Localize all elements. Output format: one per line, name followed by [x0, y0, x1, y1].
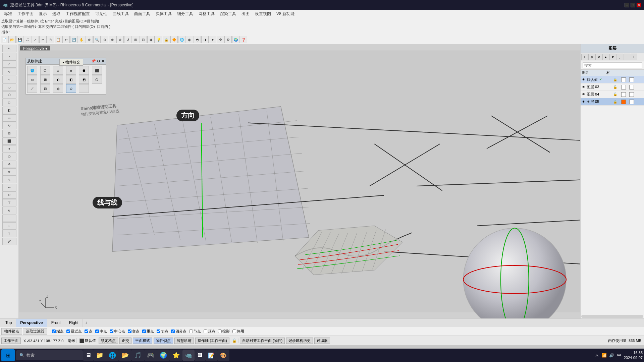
- menu-shezhivw[interactable]: 设置视图: [252, 10, 274, 17]
- filter-toggle-btn[interactable]: 选取过滤器: [23, 328, 47, 335]
- tray-network[interactable]: 📶: [601, 350, 608, 360]
- rt-move-down[interactable]: ▼: [609, 54, 616, 60]
- snap-endpoint[interactable]: 端点: [51, 328, 65, 334]
- layer-05-lock[interactable]: 🔒: [613, 100, 621, 104]
- tab-perspective[interactable]: Perspective: [16, 319, 47, 327]
- tb-export[interactable]: ↗: [32, 36, 39, 43]
- rt-info[interactable]: ℹ: [631, 54, 637, 60]
- fp-icon-15[interactable]: ◍: [53, 84, 63, 93]
- fp-icon-6[interactable]: ⬛: [92, 66, 102, 75]
- fp-icon-7[interactable]: ▭: [27, 75, 37, 84]
- sb-color-area[interactable]: 默认值: [78, 338, 97, 343]
- taskbar-photoshop[interactable]: 🖼: [195, 350, 205, 361]
- tb-zoom[interactable]: 🔍: [93, 36, 101, 43]
- sb-ortho[interactable]: 正交: [119, 338, 131, 344]
- menu-xuanqu[interactable]: 选取: [50, 10, 63, 17]
- tb-save[interactable]: 💾: [16, 36, 23, 43]
- tb-new[interactable]: 📄: [1, 36, 8, 43]
- layer-scrollbar[interactable]: [581, 315, 643, 318]
- menu-v8new[interactable]: V8 新功能: [274, 10, 297, 17]
- fp-icon-17[interactable]: [79, 84, 89, 93]
- layer-03-material[interactable]: [629, 85, 634, 89]
- menu-quxiangongju[interactable]: 曲线工具: [110, 10, 131, 17]
- lt-arc[interactable]: ◡: [2, 83, 16, 91]
- menu-xifengj[interactable]: 细分工具: [174, 10, 196, 17]
- lt-scale[interactable]: ⤡: [2, 176, 16, 183]
- lt-mirror[interactable]: ⇔: [2, 184, 16, 191]
- layer-search-input[interactable]: [583, 62, 642, 68]
- layer-03-lock[interactable]: 🔓: [613, 85, 621, 89]
- fp-icon-5[interactable]: ⬢: [79, 66, 89, 75]
- tray-chevron[interactable]: △: [594, 350, 600, 360]
- fp-icon-16[interactable]: ⊙: [66, 84, 76, 93]
- snap-project[interactable]: 投影: [217, 328, 231, 334]
- layer-04-lock[interactable]: 🔓: [613, 93, 621, 96]
- lt-circle[interactable]: ○: [2, 76, 16, 83]
- taskbar-star[interactable]: ⭐: [170, 350, 182, 361]
- menu-shitgj[interactable]: 实体工具: [153, 10, 174, 17]
- sb-color-swatch[interactable]: [79, 339, 84, 343]
- tb-pan[interactable]: ✋: [78, 36, 85, 43]
- layer-03-color[interactable]: [621, 85, 626, 89]
- tb-grid[interactable]: ⊞: [132, 36, 139, 43]
- menu-chutuu[interactable]: 出图: [239, 10, 252, 17]
- tray-volume[interactable]: 🔊: [608, 350, 615, 360]
- rt-list-view[interactable]: ☰: [624, 54, 630, 60]
- tb-copy[interactable]: ⎘: [47, 36, 54, 43]
- tb-render2[interactable]: ◐: [186, 36, 193, 43]
- snap-knot[interactable]: 节点: [188, 328, 202, 334]
- lt-curve[interactable]: ∿: [2, 68, 16, 75]
- taskbar-ppt[interactable]: 🎨: [217, 350, 229, 361]
- sb-workplane[interactable]: 工作平面: [1, 338, 21, 344]
- taskbar-browser[interactable]: 🌐: [106, 350, 119, 361]
- layer-default-visible[interactable]: 👁: [582, 78, 585, 81]
- snap-tan[interactable]: 切点: [156, 328, 169, 334]
- viewport[interactable]: Perspective ▾: [19, 44, 580, 318]
- sb-lockgrid[interactable]: 锁定格点: [99, 338, 118, 344]
- tab-top[interactable]: Top: [1, 319, 16, 327]
- snap-center[interactable]: 中心点: [109, 328, 126, 334]
- lt-trim[interactable]: ✂: [2, 191, 16, 199]
- fp-icon-13[interactable]: ／: [27, 84, 37, 93]
- fp-icon-1[interactable]: 🪣: [27, 66, 37, 75]
- layer-item-04[interactable]: 👁 图层 04 🔓: [581, 91, 644, 98]
- start-button[interactable]: ⊞: [1, 349, 15, 361]
- taskbar-rhino[interactable]: 🦏: [182, 350, 195, 361]
- sb-align-plane[interactable]: 自动对齐工作平面 (物件): [240, 338, 285, 344]
- menu-biaozhun[interactable]: 标准: [1, 10, 15, 17]
- tab-front[interactable]: Front: [47, 319, 65, 327]
- snap-disable[interactable]: 停用: [231, 328, 245, 334]
- tb-arw[interactable]: ➤: [209, 36, 216, 43]
- fp-icon-2[interactable]: ⬡: [40, 66, 50, 75]
- fp-close[interactable]: ✕: [101, 59, 104, 63]
- tb-render1[interactable]: 🌐: [178, 36, 185, 43]
- layer-default-color[interactable]: [621, 77, 626, 82]
- sb-record-hist[interactable]: 记录建构历史: [286, 338, 313, 344]
- sb-plane-mode[interactable]: 平面模式: [133, 338, 152, 344]
- lt-plane[interactable]: ▭: [2, 114, 16, 122]
- minimize-button[interactable]: ─: [625, 3, 629, 7]
- menu-xianshi[interactable]: 显示: [36, 10, 50, 17]
- lt-solid[interactable]: ⬛: [2, 137, 16, 145]
- taskbar-earth[interactable]: 🌍: [157, 350, 170, 361]
- close-button[interactable]: ✕: [637, 3, 641, 7]
- snap-toggle-btn[interactable]: 物件锁点: [1, 328, 22, 335]
- lt-split[interactable]: ⊤: [2, 199, 16, 206]
- layer-05-material[interactable]: [629, 100, 634, 104]
- snap-intersect[interactable]: 交点: [127, 328, 141, 334]
- layer-04-color[interactable]: [621, 92, 626, 97]
- fp-icon-8[interactable]: ⊞: [40, 75, 50, 84]
- tb-snap[interactable]: ⊡: [140, 36, 147, 43]
- snap-midpoint[interactable]: 中点: [94, 328, 108, 334]
- layer-04-visible[interactable]: 👁: [582, 93, 585, 96]
- fp-icon-12[interactable]: ⬡: [92, 75, 102, 84]
- tb-render4[interactable]: ◑: [201, 36, 209, 43]
- lt-select[interactable]: ↖: [2, 45, 16, 52]
- lt-group[interactable]: ☰: [2, 215, 16, 222]
- lt-rotate[interactable]: ↺: [2, 168, 16, 176]
- taskbar-word[interactable]: 📝: [205, 350, 217, 361]
- taskbar-music[interactable]: 🎵: [131, 350, 144, 361]
- tb-light[interactable]: 💡: [155, 36, 162, 43]
- tb-render3[interactable]: ◓: [194, 36, 201, 43]
- tb-material[interactable]: 🔶: [170, 36, 178, 43]
